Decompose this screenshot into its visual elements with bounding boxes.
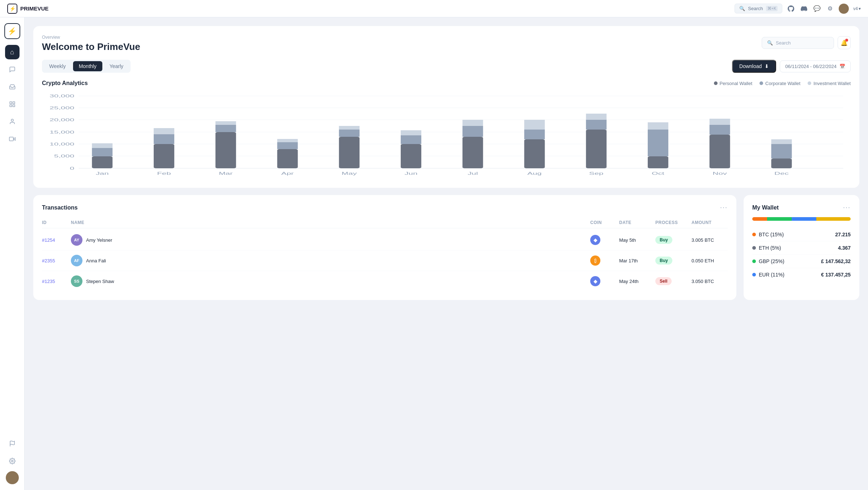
svg-rect-3 xyxy=(10,105,12,107)
legend-personal: Personal Wallet xyxy=(714,81,753,86)
settings-icon[interactable]: ⚙ xyxy=(826,4,834,13)
sidebar-logo[interactable]: ⚡ xyxy=(4,23,20,39)
svg-text:Apr: Apr xyxy=(281,171,294,176)
svg-text:10,000: 10,000 xyxy=(50,142,75,146)
wallet-item: ETH (5%) 4.367 xyxy=(752,241,851,255)
wallet-item-label: GBP (25%) xyxy=(759,258,784,264)
svg-rect-64 xyxy=(710,125,730,135)
svg-rect-28 xyxy=(154,134,174,144)
sidebar-item-video[interactable] xyxy=(5,132,20,146)
coin-icon: ₿ xyxy=(590,255,600,266)
cell-amount: 3.005 BTC xyxy=(692,237,728,243)
download-label: Download xyxy=(739,63,762,69)
svg-rect-39 xyxy=(339,137,359,168)
svg-rect-51 xyxy=(524,139,545,168)
sidebar-avatar[interactable] xyxy=(6,471,19,484)
cell-id: #1254 xyxy=(42,237,71,243)
wallet-item-left: ETH (5%) xyxy=(752,245,781,251)
cell-date: May 5th xyxy=(619,237,655,243)
wallet-title: My Wallet xyxy=(752,204,779,211)
tabs-row: Weekly Monthly Yearly Download ⬇ 06/11/2… xyxy=(42,60,851,73)
process-badge: Buy xyxy=(655,257,672,265)
download-button[interactable]: Download ⬇ xyxy=(732,60,776,73)
svg-rect-59 xyxy=(648,156,668,168)
cell-coin: ◆ xyxy=(590,235,619,245)
tabs-right: Download ⬇ 06/11/2024 - 06/22/2024 📅 xyxy=(732,60,851,73)
logo[interactable]: ⚡ PRIMEVUE xyxy=(7,4,48,14)
github-icon[interactable] xyxy=(787,4,795,13)
transactions-card: Transactions ··· Id Name Coin Date Proce… xyxy=(33,195,736,300)
svg-text:Nov: Nov xyxy=(712,171,727,176)
col-header-amount: Amount xyxy=(692,220,728,225)
svg-rect-67 xyxy=(771,159,792,168)
sidebar-item-chat[interactable] xyxy=(5,62,20,77)
search-shortcut: ⌘+K xyxy=(766,6,778,11)
top-search-label: Search xyxy=(748,6,763,11)
cell-coin: ₿ xyxy=(590,255,619,266)
cell-id: #1235 xyxy=(42,279,71,284)
date-range-picker[interactable]: 06/11/2024 - 06/22/2024 📅 xyxy=(780,60,851,72)
svg-rect-43 xyxy=(401,144,421,168)
svg-text:Oct: Oct xyxy=(652,171,664,176)
table-row: #1254 AY Amy Yelsner ◆ May 5th Buy 3.005… xyxy=(42,230,728,250)
breadcrumb: Overview xyxy=(42,35,140,40)
chart-title: Crypto Analytics xyxy=(42,80,88,86)
sidebar-item-grid[interactable] xyxy=(5,97,20,111)
notification-button[interactable]: 🔔 xyxy=(838,36,851,49)
tabs-group: Weekly Monthly Yearly xyxy=(42,60,131,73)
name-text: Amy Yelsner xyxy=(86,237,112,243)
tab-monthly[interactable]: Monthly xyxy=(73,61,102,71)
svg-rect-41 xyxy=(339,126,359,130)
cell-amount: 3.050 BTC xyxy=(692,279,728,284)
transactions-table-body: #1254 AY Amy Yelsner ◆ May 5th Buy 3.005… xyxy=(42,230,728,291)
sidebar-item-settings[interactable] xyxy=(5,454,20,468)
transactions-more-button[interactable]: ··· xyxy=(720,204,728,211)
search-placeholder: Search xyxy=(776,40,791,46)
top-search-button[interactable]: 🔍 Search ⌘+K xyxy=(735,4,782,13)
wallet-item-left: BTC (15%) xyxy=(752,232,784,237)
svg-rect-69 xyxy=(771,139,792,144)
cell-date: May 24th xyxy=(619,279,655,284)
svg-rect-48 xyxy=(463,126,483,137)
transactions-title: Transactions xyxy=(42,204,78,211)
date-range-value: 06/11/2024 - 06/22/2024 xyxy=(785,64,837,69)
cell-process: Sell xyxy=(655,277,692,285)
discord-icon[interactable] xyxy=(800,4,808,13)
svg-text:Aug: Aug xyxy=(527,171,542,176)
table-header: Id Name Coin Date Process Amount xyxy=(42,217,728,228)
svg-rect-36 xyxy=(277,142,298,149)
tab-weekly[interactable]: Weekly xyxy=(43,61,72,71)
svg-rect-33 xyxy=(216,121,236,125)
col-header-date: Date xyxy=(619,220,655,225)
sidebar-item-flag[interactable] xyxy=(5,436,20,451)
sidebar-item-users[interactable] xyxy=(5,114,20,129)
wallet-item-value: 27.215 xyxy=(835,232,851,237)
wallet-items-list: BTC (15%) 27.215 ETH (5%) 4.367 GBP (25%… xyxy=(752,228,851,281)
notification-icon[interactable]: 💬 xyxy=(813,4,821,13)
wallet-item-left: EUR (11%) xyxy=(752,272,784,278)
search-icon: 🔍 xyxy=(767,40,773,46)
col-header-coin: Coin xyxy=(590,220,619,225)
wallet-item: BTC (15%) 27.215 xyxy=(752,228,851,241)
header-search[interactable]: 🔍 Search xyxy=(762,37,834,49)
svg-rect-57 xyxy=(586,114,607,120)
chart-svg: 0 5,000 10,000 15,000 20,000 25,000 30,0… xyxy=(42,92,851,179)
top-nav-avatar[interactable] xyxy=(839,4,849,14)
download-icon: ⬇ xyxy=(765,63,769,69)
cell-process: Buy xyxy=(655,257,692,265)
legend-investment: Investment Wallet xyxy=(808,81,851,86)
sidebar-item-home[interactable]: ⌂ xyxy=(5,45,20,59)
svg-rect-60 xyxy=(648,130,668,156)
process-badge: Sell xyxy=(655,277,672,285)
svg-rect-31 xyxy=(216,132,236,168)
svg-text:Mar: Mar xyxy=(219,171,233,176)
logo-text: PRIMEVUE xyxy=(20,5,48,12)
wallet-more-button[interactable]: ··· xyxy=(843,204,851,211)
wallet-distribution-bar xyxy=(752,217,851,221)
sidebar-item-inbox[interactable] xyxy=(5,80,20,94)
wallet-dot xyxy=(752,233,756,236)
tab-yearly[interactable]: Yearly xyxy=(104,61,129,71)
legend-corporate-label: Corporate Wallet xyxy=(765,81,800,86)
svg-rect-47 xyxy=(463,137,483,168)
svg-rect-2 xyxy=(13,105,14,107)
